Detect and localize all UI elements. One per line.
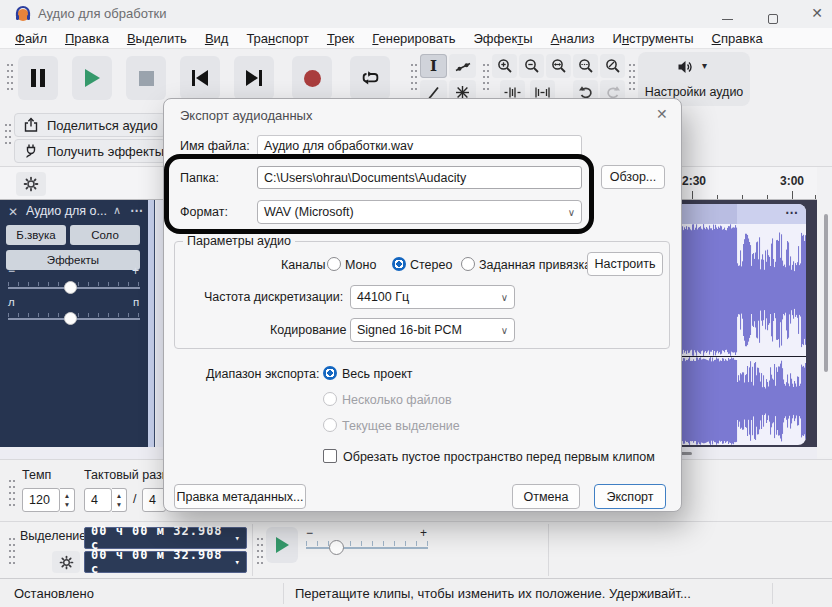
fit-selection-button[interactable] — [546, 54, 571, 78]
play-icon — [85, 69, 100, 87]
fit-project-button[interactable] — [573, 54, 598, 78]
track-menu-button[interactable]: ⋯ — [130, 203, 143, 218]
redo-icon — [605, 85, 621, 99]
menu-item-transport[interactable]: Транспорт — [237, 31, 318, 46]
track-effects-button[interactable]: Эффекты — [6, 250, 140, 270]
status-state: Остановлено — [14, 586, 94, 601]
speaker-icon — [676, 59, 694, 75]
trim-blank-label: Обрезать пустое пространство перед первы… — [343, 450, 655, 464]
sample-rate-combobox[interactable]: 44100 Гц ∨ — [350, 285, 515, 309]
menu-item-help[interactable]: Справка — [703, 31, 772, 46]
menu-item-edit[interactable]: Правка — [56, 31, 118, 46]
fit-selection-icon — [551, 58, 567, 74]
zoom-toggle-button[interactable] — [600, 54, 625, 78]
beats-upper-input[interactable]: 4 — [84, 488, 112, 512]
menu-item-tracks[interactable]: Трек — [318, 31, 363, 46]
menu-item-generate[interactable]: Генерировать — [363, 31, 464, 46]
pause-button[interactable] — [18, 56, 58, 100]
get-effects-button[interactable]: Получить эффекты — [14, 139, 166, 163]
timeline-options-button[interactable] — [16, 172, 46, 196]
track-close-button[interactable]: ✕ — [8, 205, 18, 219]
time-toolbar-grip[interactable] — [8, 478, 15, 508]
skip-end-icon — [246, 70, 258, 86]
filename-label: Имя файла: — [180, 139, 250, 153]
edit-toolbar-grip[interactable] — [482, 62, 489, 90]
skip-to-end-button[interactable] — [234, 56, 274, 100]
menu-item-analyze[interactable]: Анализ — [542, 31, 604, 46]
track-collapse-button[interactable]: ∧ — [113, 204, 121, 217]
pan-slider-thumb[interactable] — [64, 312, 77, 325]
close-button[interactable]: ✕ — [802, 5, 832, 23]
selection-start-dropdown-icon[interactable]: ▾ — [235, 533, 240, 543]
audio-clip[interactable]: ⋯ — [670, 204, 806, 445]
menu-item-file[interactable]: Файл — [6, 31, 56, 46]
speed-slider-track[interactable] — [306, 547, 428, 549]
skip-start-icon — [196, 70, 208, 86]
share-icon — [23, 117, 39, 133]
dialog-close-button[interactable]: ✕ — [656, 106, 668, 122]
current-selection-label: Текущее выделение — [342, 419, 460, 433]
minimize-icon — [722, 19, 733, 20]
encoding-combobox[interactable]: Signed 16-bit PCM ∨ — [350, 318, 515, 342]
transport-toolbar-grip[interactable] — [6, 62, 13, 90]
mono-radio[interactable] — [327, 257, 341, 271]
selection-end-dropdown-icon[interactable]: ▾ — [235, 557, 240, 567]
selection-tool-button[interactable]: I — [420, 54, 447, 78]
current-selection-radio[interactable] — [323, 418, 337, 432]
record-button[interactable] — [292, 56, 332, 100]
skip-to-start-button[interactable] — [180, 56, 220, 100]
stop-button[interactable] — [126, 56, 166, 100]
volume-slider-thumb[interactable] — [64, 281, 77, 294]
undo-icon — [578, 85, 594, 99]
clip-menu-button[interactable]: ⋯ — [785, 205, 798, 220]
share-toolbar-grip[interactable] — [4, 122, 11, 148]
export-button[interactable]: Экспорт — [594, 484, 666, 509]
fit-project-icon — [578, 58, 594, 74]
vertical-scrollbar[interactable] — [817, 167, 832, 457]
stereo-radio[interactable] — [392, 257, 406, 271]
menu-item-effects[interactable]: Эффекты — [465, 31, 542, 46]
share-audio-button[interactable]: Поделиться аудио — [14, 113, 166, 137]
browse-button[interactable]: Обзор... — [601, 165, 665, 189]
play-at-speed-grip[interactable] — [256, 536, 263, 566]
loop-button[interactable] — [350, 56, 390, 100]
tools-toolbar-grip[interactable] — [410, 62, 417, 90]
trim-blank-checkbox[interactable] — [323, 449, 337, 463]
beats-stepper[interactable]: ▲▼ — [112, 488, 127, 512]
clip-header[interactable]: ⋯ — [670, 204, 806, 224]
track-panel-resizer[interactable] — [148, 200, 155, 447]
minimize-button[interactable] — [712, 5, 742, 23]
audio-setup-grip[interactable] — [628, 62, 635, 90]
play-at-speed-icon — [276, 537, 289, 553]
mute-button[interactable]: Б.звука — [6, 225, 66, 245]
whole-project-radio[interactable] — [323, 366, 337, 380]
menu-item-view[interactable]: Вид — [196, 31, 238, 46]
play-button[interactable] — [72, 56, 112, 100]
play-at-speed-button[interactable] — [266, 527, 298, 563]
zoom-out-button[interactable] — [519, 54, 544, 78]
edit-metadata-button[interactable]: Правка метаданных... — [174, 484, 306, 509]
speed-slider-thumb[interactable] — [329, 540, 344, 555]
tempo-stepper[interactable]: ▲▼ — [60, 488, 75, 512]
selection-start-time[interactable]: 00 ч 00 м 32.908 с ▾ — [84, 527, 247, 549]
configure-button[interactable]: Настроить — [587, 252, 663, 276]
zoom-in-button[interactable] — [492, 54, 517, 78]
menu-item-tools[interactable]: Инструменты — [604, 31, 703, 46]
selection-toolbar-grip[interactable] — [8, 536, 15, 566]
loop-icon — [361, 70, 380, 86]
solo-button[interactable]: Соло — [70, 225, 140, 245]
vertical-scrollbar-thumb[interactable] — [824, 214, 828, 372]
cancel-button[interactable]: Отмена — [512, 484, 580, 509]
time-signature-divider: / — [133, 492, 136, 506]
waveform-left-channel[interactable] — [670, 224, 806, 356]
custom-mapping-radio[interactable] — [461, 257, 475, 271]
tempo-input[interactable]: 120 — [22, 488, 60, 512]
waveform-right-channel[interactable] — [670, 357, 806, 445]
menu-item-select[interactable]: Выделить — [118, 31, 196, 46]
selection-options-button[interactable] — [52, 551, 80, 573]
selection-end-time[interactable]: 00 ч 00 м 32.908 с ▾ — [84, 551, 247, 573]
multiple-files-radio[interactable] — [323, 392, 337, 406]
track-title[interactable]: Аудио для о... — [26, 204, 107, 218]
envelope-tool-button[interactable] — [449, 54, 476, 78]
maximize-button[interactable] — [758, 5, 788, 23]
